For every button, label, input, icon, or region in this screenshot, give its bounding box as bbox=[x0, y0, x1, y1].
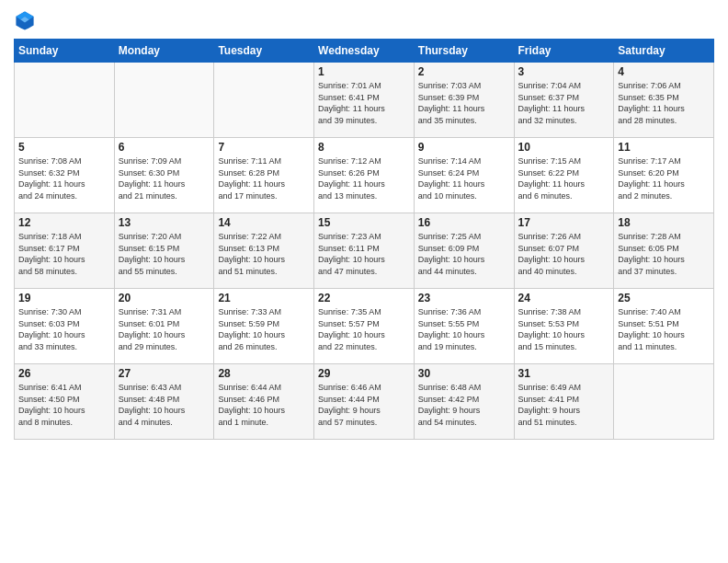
day-number: 23 bbox=[418, 292, 510, 304]
calendar-cell: 9Sunrise: 7:14 AM Sunset: 6:24 PM Daylig… bbox=[414, 138, 514, 213]
day-info: Sunrise: 7:09 AM Sunset: 6:30 PM Dayligh… bbox=[119, 155, 210, 201]
day-number: 17 bbox=[518, 216, 610, 229]
day-number: 14 bbox=[218, 216, 310, 229]
day-info: Sunrise: 7:12 AM Sunset: 6:26 PM Dayligh… bbox=[318, 155, 410, 201]
day-info: Sunrise: 7:40 AM Sunset: 5:51 PM Dayligh… bbox=[618, 306, 710, 352]
day-number: 18 bbox=[618, 216, 710, 229]
weekday-header-tuesday: Tuesday bbox=[214, 40, 314, 63]
day-info: Sunrise: 7:38 AM Sunset: 5:53 PM Dayligh… bbox=[518, 306, 610, 352]
calendar-cell: 24Sunrise: 7:38 AM Sunset: 5:53 PM Dayli… bbox=[514, 289, 614, 364]
calendar-cell: 26Sunrise: 6:41 AM Sunset: 4:50 PM Dayli… bbox=[15, 364, 115, 440]
calendar-week-row: 12Sunrise: 7:18 AM Sunset: 6:17 PM Dayli… bbox=[15, 213, 714, 289]
day-number: 5 bbox=[18, 141, 110, 154]
calendar-cell: 7Sunrise: 7:11 AM Sunset: 6:28 PM Daylig… bbox=[214, 138, 314, 213]
calendar-cell: 19Sunrise: 7:30 AM Sunset: 6:03 PM Dayli… bbox=[15, 289, 115, 364]
calendar-week-row: 19Sunrise: 7:30 AM Sunset: 6:03 PM Dayli… bbox=[15, 289, 714, 364]
logo-icon bbox=[14, 9, 36, 31]
day-info: Sunrise: 7:36 AM Sunset: 5:55 PM Dayligh… bbox=[418, 306, 510, 352]
calendar-cell bbox=[614, 364, 714, 440]
calendar-cell bbox=[114, 63, 214, 138]
day-number: 26 bbox=[18, 367, 110, 380]
day-number: 1 bbox=[318, 65, 410, 78]
calendar-cell: 25Sunrise: 7:40 AM Sunset: 5:51 PM Dayli… bbox=[614, 289, 714, 364]
day-number: 19 bbox=[18, 292, 110, 304]
day-number: 28 bbox=[218, 367, 310, 380]
calendar-cell: 20Sunrise: 7:31 AM Sunset: 6:01 PM Dayli… bbox=[114, 289, 214, 364]
day-info: Sunrise: 7:14 AM Sunset: 6:24 PM Dayligh… bbox=[418, 155, 510, 201]
day-info: Sunrise: 7:35 AM Sunset: 5:57 PM Dayligh… bbox=[318, 306, 410, 352]
calendar-cell: 27Sunrise: 6:43 AM Sunset: 4:48 PM Dayli… bbox=[114, 364, 214, 440]
calendar-container: SundayMondayTuesdayWednesdayThursdayFrid… bbox=[0, 0, 728, 563]
weekday-header-row: SundayMondayTuesdayWednesdayThursdayFrid… bbox=[15, 40, 714, 63]
calendar-table: SundayMondayTuesdayWednesdayThursdayFrid… bbox=[14, 39, 714, 440]
day-info: Sunrise: 7:26 AM Sunset: 6:07 PM Dayligh… bbox=[518, 231, 610, 277]
day-number: 7 bbox=[218, 141, 310, 154]
calendar-cell: 21Sunrise: 7:33 AM Sunset: 5:59 PM Dayli… bbox=[214, 289, 314, 364]
calendar-cell: 15Sunrise: 7:23 AM Sunset: 6:11 PM Dayli… bbox=[314, 213, 415, 289]
day-info: Sunrise: 7:31 AM Sunset: 6:01 PM Dayligh… bbox=[119, 306, 210, 352]
calendar-cell: 6Sunrise: 7:09 AM Sunset: 6:30 PM Daylig… bbox=[114, 138, 214, 213]
calendar-cell: 3Sunrise: 7:04 AM Sunset: 6:37 PM Daylig… bbox=[514, 63, 614, 138]
day-number: 13 bbox=[119, 216, 210, 229]
day-number: 22 bbox=[318, 292, 410, 304]
day-number: 30 bbox=[418, 367, 510, 380]
calendar-cell: 12Sunrise: 7:18 AM Sunset: 6:17 PM Dayli… bbox=[15, 213, 115, 289]
calendar-cell: 13Sunrise: 7:20 AM Sunset: 6:15 PM Dayli… bbox=[114, 213, 214, 289]
day-number: 31 bbox=[518, 367, 610, 380]
day-number: 8 bbox=[318, 141, 410, 154]
calendar-week-row: 5Sunrise: 7:08 AM Sunset: 6:32 PM Daylig… bbox=[15, 138, 714, 213]
day-number: 3 bbox=[518, 65, 610, 78]
day-number: 29 bbox=[318, 367, 410, 380]
day-number: 4 bbox=[618, 65, 710, 78]
day-info: Sunrise: 6:48 AM Sunset: 4:42 PM Dayligh… bbox=[418, 382, 510, 428]
day-info: Sunrise: 7:28 AM Sunset: 6:05 PM Dayligh… bbox=[618, 231, 710, 277]
calendar-cell: 2Sunrise: 7:03 AM Sunset: 6:39 PM Daylig… bbox=[414, 63, 514, 138]
calendar-cell: 30Sunrise: 6:48 AM Sunset: 4:42 PM Dayli… bbox=[414, 364, 514, 440]
day-number: 10 bbox=[518, 141, 610, 154]
day-info: Sunrise: 7:20 AM Sunset: 6:15 PM Dayligh… bbox=[119, 231, 210, 277]
calendar-cell: 17Sunrise: 7:26 AM Sunset: 6:07 PM Dayli… bbox=[514, 213, 614, 289]
day-info: Sunrise: 7:17 AM Sunset: 6:20 PM Dayligh… bbox=[618, 155, 710, 201]
day-info: Sunrise: 6:44 AM Sunset: 4:46 PM Dayligh… bbox=[218, 382, 310, 428]
day-info: Sunrise: 7:06 AM Sunset: 6:35 PM Dayligh… bbox=[618, 80, 710, 126]
day-number: 9 bbox=[418, 141, 510, 154]
day-info: Sunrise: 7:33 AM Sunset: 5:59 PM Dayligh… bbox=[218, 306, 310, 352]
weekday-header-wednesday: Wednesday bbox=[314, 40, 415, 63]
weekday-header-friday: Friday bbox=[514, 40, 614, 63]
day-info: Sunrise: 7:25 AM Sunset: 6:09 PM Dayligh… bbox=[418, 231, 510, 277]
header bbox=[14, 9, 714, 31]
calendar-cell: 16Sunrise: 7:25 AM Sunset: 6:09 PM Dayli… bbox=[414, 213, 514, 289]
day-number: 27 bbox=[119, 367, 210, 380]
calendar-week-row: 26Sunrise: 6:41 AM Sunset: 4:50 PM Dayli… bbox=[15, 364, 714, 440]
day-info: Sunrise: 7:22 AM Sunset: 6:13 PM Dayligh… bbox=[218, 231, 310, 277]
day-info: Sunrise: 7:30 AM Sunset: 6:03 PM Dayligh… bbox=[18, 306, 110, 352]
weekday-header-sunday: Sunday bbox=[15, 40, 115, 63]
calendar-cell: 11Sunrise: 7:17 AM Sunset: 6:20 PM Dayli… bbox=[614, 138, 714, 213]
day-number: 11 bbox=[618, 141, 710, 154]
day-info: Sunrise: 7:18 AM Sunset: 6:17 PM Dayligh… bbox=[18, 231, 110, 277]
day-info: Sunrise: 7:03 AM Sunset: 6:39 PM Dayligh… bbox=[418, 80, 510, 126]
calendar-cell: 5Sunrise: 7:08 AM Sunset: 6:32 PM Daylig… bbox=[15, 138, 115, 213]
day-info: Sunrise: 7:08 AM Sunset: 6:32 PM Dayligh… bbox=[18, 155, 110, 201]
calendar-cell: 29Sunrise: 6:46 AM Sunset: 4:44 PM Dayli… bbox=[314, 364, 415, 440]
day-info: Sunrise: 6:46 AM Sunset: 4:44 PM Dayligh… bbox=[318, 382, 410, 428]
day-number: 15 bbox=[318, 216, 410, 229]
day-number: 20 bbox=[119, 292, 210, 304]
weekday-header-monday: Monday bbox=[114, 40, 214, 63]
logo bbox=[14, 9, 40, 31]
calendar-cell: 22Sunrise: 7:35 AM Sunset: 5:57 PM Dayli… bbox=[314, 289, 415, 364]
calendar-cell: 31Sunrise: 6:49 AM Sunset: 4:41 PM Dayli… bbox=[514, 364, 614, 440]
day-number: 21 bbox=[218, 292, 310, 304]
day-info: Sunrise: 7:15 AM Sunset: 6:22 PM Dayligh… bbox=[518, 155, 610, 201]
weekday-header-saturday: Saturday bbox=[614, 40, 714, 63]
calendar-cell: 4Sunrise: 7:06 AM Sunset: 6:35 PM Daylig… bbox=[614, 63, 714, 138]
calendar-cell: 10Sunrise: 7:15 AM Sunset: 6:22 PM Dayli… bbox=[514, 138, 614, 213]
day-info: Sunrise: 6:41 AM Sunset: 4:50 PM Dayligh… bbox=[18, 382, 110, 428]
day-info: Sunrise: 7:11 AM Sunset: 6:28 PM Dayligh… bbox=[218, 155, 310, 201]
day-number: 6 bbox=[119, 141, 210, 154]
calendar-week-row: 1Sunrise: 7:01 AM Sunset: 6:41 PM Daylig… bbox=[15, 63, 714, 138]
day-number: 16 bbox=[418, 216, 510, 229]
day-number: 25 bbox=[618, 292, 710, 304]
calendar-cell bbox=[15, 63, 115, 138]
calendar-cell: 1Sunrise: 7:01 AM Sunset: 6:41 PM Daylig… bbox=[314, 63, 415, 138]
